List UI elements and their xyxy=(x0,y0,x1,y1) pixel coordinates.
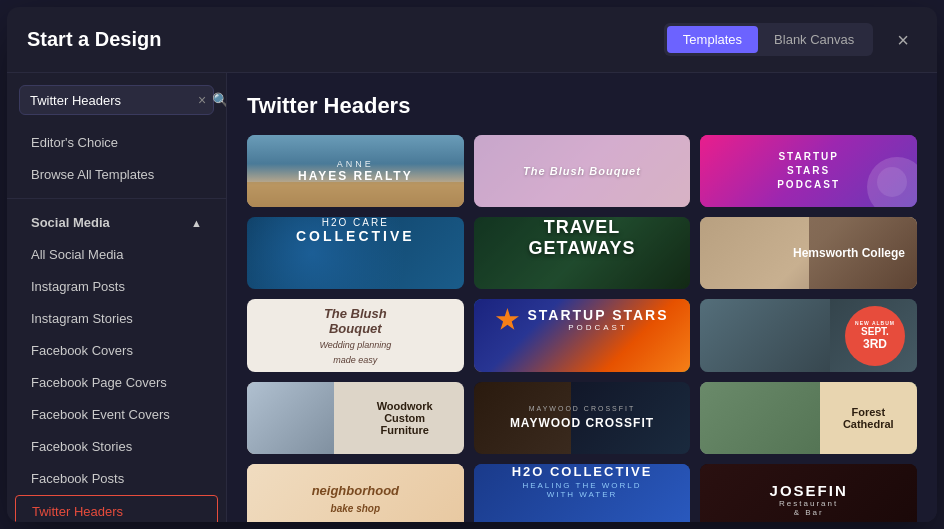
modal-body: × 🔍 Editor's Choice Browse All Templates… xyxy=(7,73,937,522)
template-card-josefin[interactable]: JOSEFIN Restaurant& Bar xyxy=(700,464,917,522)
template-card-h2o-collective2[interactable]: H2O COLLECTIVE HEALING THE WORLDWITH WAT… xyxy=(474,464,691,522)
content-title: Twitter Headers xyxy=(247,93,917,119)
sidebar-item-facebook-posts[interactable]: Facebook Posts xyxy=(15,463,218,494)
template-card-hayes-realty[interactable]: ANNE HAYES REALTY xyxy=(247,135,464,207)
sidebar-item-instagram-stories[interactable]: Instagram Stories xyxy=(15,303,218,334)
social-media-header[interactable]: Social Media ▲ xyxy=(15,207,218,238)
template-label-startup-stars: STARTUP STARS xyxy=(527,307,668,323)
template-label-maywood-sub: MAYWOOD CROSSFIT xyxy=(510,405,654,412)
template-label-crossfit: MAYWOOD CROSSFIT xyxy=(510,416,654,430)
sidebar-item-facebook-event-covers[interactable]: Facebook Event Covers xyxy=(15,399,218,430)
template-label-h2o: H2O CARE xyxy=(247,217,464,228)
sidebar-item-instagram-posts[interactable]: Instagram Posts xyxy=(15,271,218,302)
template-label-woodwork: WoodworkCustomFurniture xyxy=(377,400,433,436)
tab-templates[interactable]: Templates xyxy=(667,26,758,53)
template-label-3rd: 3RD xyxy=(863,337,887,351)
search-clear-icon[interactable]: × xyxy=(198,92,206,108)
template-label-healing: HEALING THE WORLDWITH WATER xyxy=(474,481,691,499)
template-label-h2o2: H2O COLLECTIVE xyxy=(474,464,691,479)
template-label-hemsworth: Hemsworth College xyxy=(793,246,905,260)
template-label-startup-purple: startupstarspodcast xyxy=(777,150,840,192)
template-label-hayes: ANNE xyxy=(337,159,374,169)
social-media-label: Social Media xyxy=(31,215,110,230)
template-card-travel-getaways[interactable]: TRAVELGETAWAYS xyxy=(474,217,691,289)
template-label-forest: ForestCathedral xyxy=(843,406,894,430)
close-button[interactable]: × xyxy=(889,26,917,54)
sidebar-item-twitter-headers[interactable]: Twitter Headers xyxy=(15,495,218,522)
template-card-h2o-collective[interactable]: H2O CARE COLLECTIVE xyxy=(247,217,464,289)
search-input[interactable] xyxy=(30,93,198,108)
chevron-up-icon: ▲ xyxy=(191,217,202,229)
template-card-blush-bouquet[interactable]: The BlushBouquetWedding planningmade eas… xyxy=(247,299,464,371)
sidebar-item-editors-choice[interactable]: Editor's Choice xyxy=(15,127,218,158)
tab-blank-canvas[interactable]: Blank Canvas xyxy=(758,26,870,53)
template-card-neighborhood[interactable]: neighborhoodbake shop xyxy=(247,464,464,522)
template-label-collective: COLLECTIVE xyxy=(247,228,464,244)
modal-header: Start a Design Templates Blank Canvas × xyxy=(7,7,937,73)
templates-grid: ANNE HAYES REALTY The Blush Bouquet xyxy=(247,135,917,522)
sidebar-item-facebook-stories[interactable]: Facebook Stories xyxy=(15,431,218,462)
template-card-woodwork[interactable]: WoodworkCustomFurniture xyxy=(247,382,464,454)
modal-title: Start a Design xyxy=(27,28,161,51)
template-label-sept: SEPT. xyxy=(861,326,889,337)
sidebar: × 🔍 Editor's Choice Browse All Templates… xyxy=(7,73,227,522)
template-label-blush2: The BlushBouquetWedding planningmade eas… xyxy=(319,306,391,366)
template-label-travel: TRAVELGETAWAYS xyxy=(474,217,691,259)
sidebar-item-facebook-covers[interactable]: Facebook Covers xyxy=(15,335,218,366)
start-design-modal: Start a Design Templates Blank Canvas × … xyxy=(7,7,937,522)
sidebar-item-all-social[interactable]: All Social Media xyxy=(15,239,218,270)
template-label-podcast: PODCAST xyxy=(527,323,668,332)
search-icon[interactable]: 🔍 xyxy=(212,92,227,108)
template-label-blush: The Blush Bouquet xyxy=(523,165,641,177)
template-card-hemsworth[interactable]: Hemsworth College xyxy=(700,217,917,289)
search-box: × 🔍 xyxy=(19,85,214,115)
social-media-section: Social Media ▲ All Social Media Instagra… xyxy=(7,207,226,522)
sidebar-item-facebook-page-covers[interactable]: Facebook Page Covers xyxy=(15,367,218,398)
template-card-blush-bouquet-top[interactable]: The Blush Bouquet xyxy=(474,135,691,207)
template-label-hayes2: HAYES REALTY xyxy=(298,169,413,183)
sidebar-item-browse-all[interactable]: Browse All Templates xyxy=(15,159,218,190)
template-card-startup-stars[interactable]: STARTUP STARS PODCAST xyxy=(474,299,691,371)
template-card-sept3rd[interactable]: NEW ALBUM SEPT. 3RD xyxy=(700,299,917,371)
content-area: Twitter Headers ANNE HAYES REALTY xyxy=(227,73,937,522)
template-label-restaurant: Restaurant& Bar xyxy=(770,499,848,517)
template-label-neighborhood: neighborhoodbake shop xyxy=(312,483,399,517)
template-card-forest-cathedral[interactable]: ForestCathedral xyxy=(700,382,917,454)
sidebar-divider xyxy=(7,198,226,199)
template-label-josefin: JOSEFIN xyxy=(770,482,848,499)
tab-group: Templates Blank Canvas xyxy=(664,23,873,56)
template-card-startup-podcast-purple[interactable]: startupstarspodcast xyxy=(700,135,917,207)
template-card-crossfit[interactable]: MAYWOOD CROSSFIT MAYWOOD CROSSFIT xyxy=(474,382,691,454)
